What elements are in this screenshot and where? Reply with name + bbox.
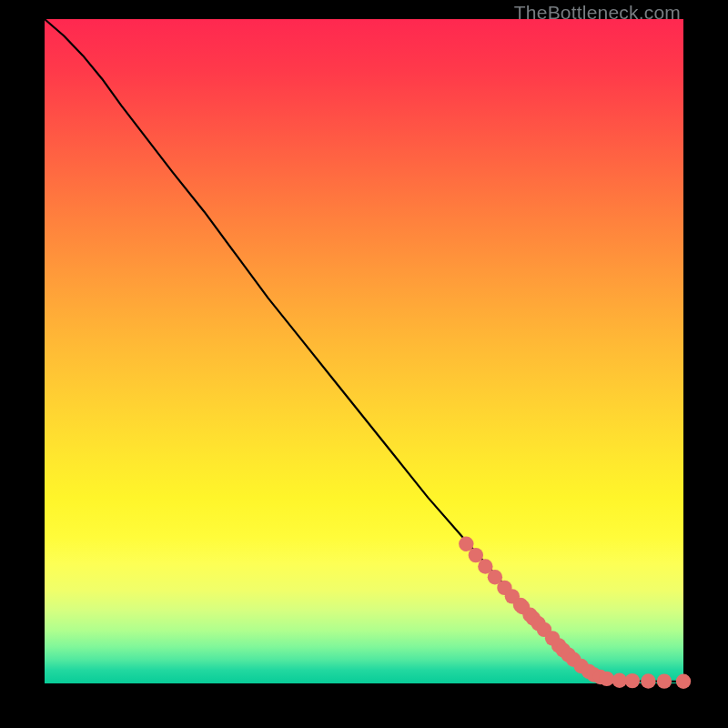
chart-svg — [45, 19, 683, 683]
chart-frame: TheBottleneck.com — [0, 0, 728, 728]
svg-point-26 — [676, 674, 691, 689]
curve-line — [45, 19, 683, 682]
marker-dots — [459, 537, 691, 690]
svg-point-24 — [641, 673, 655, 688]
svg-point-23 — [625, 673, 640, 688]
svg-point-25 — [657, 673, 672, 688]
svg-point-0 — [459, 537, 473, 551]
svg-point-21 — [600, 672, 614, 686]
svg-point-1 — [469, 548, 483, 562]
svg-point-22 — [612, 673, 627, 688]
watermark-text: TheBottleneck.com — [514, 2, 681, 24]
